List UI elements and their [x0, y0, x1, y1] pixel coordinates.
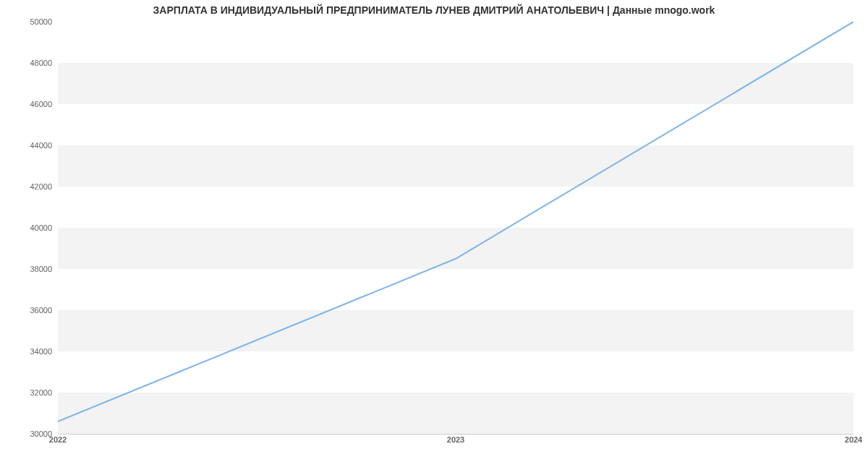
y-tick: 30000 [9, 430, 52, 438]
y-tick: 50000 [9, 17, 52, 26]
plot-area [58, 22, 854, 435]
y-tick: 42000 [9, 182, 52, 191]
series-line [58, 22, 854, 422]
chart-title: ЗАРПЛАТА В ИНДИВИДУАЛЬНЫЙ ПРЕДПРИНИМАТЕЛ… [0, 4, 868, 16]
y-tick: 46000 [9, 100, 52, 108]
salary-chart: ЗАРПЛАТА В ИНДИВИДУАЛЬНЫЙ ПРЕДПРИНИМАТЕЛ… [0, 0, 868, 470]
y-tick: 38000 [9, 265, 52, 273]
x-tick: 2024 [845, 435, 862, 444]
line-layer [58, 22, 854, 434]
x-tick: 2022 [49, 435, 67, 444]
y-tick: 32000 [9, 388, 52, 397]
y-tick: 36000 [9, 306, 52, 315]
y-tick: 48000 [9, 59, 52, 67]
y-tick: 44000 [9, 141, 52, 150]
y-tick: 40000 [9, 223, 52, 232]
x-tick: 2023 [447, 435, 464, 444]
y-tick: 34000 [9, 347, 52, 356]
